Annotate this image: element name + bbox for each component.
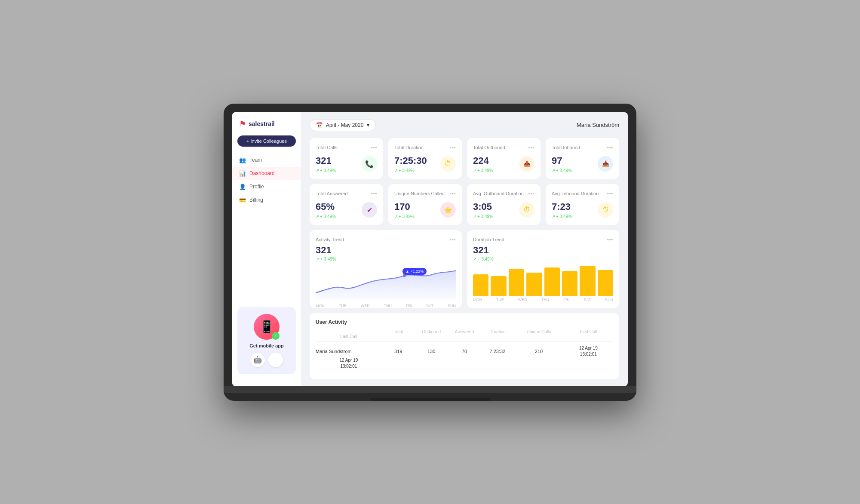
stat-value: 97 [552, 155, 572, 166]
user-name: Maria Sundström [577, 122, 619, 128]
stat-card-unique-numbers: Unique Numbers Called ••• 170 ↗+ 3.49% ⭐ [388, 184, 462, 225]
stat-title: Avg. Outbound Duration [473, 191, 524, 196]
bar-chart-labels: MONTUEWEDTHUFRISATSUN [473, 298, 613, 302]
bar-item [598, 270, 613, 295]
row-total: 319 [382, 349, 415, 354]
chart-menu-icon[interactable]: ••• [449, 236, 456, 243]
row-first-call: 12 Apr 1913:02:01 [564, 345, 613, 357]
bar-item [544, 267, 560, 296]
stat-card-total-outbound: Total Outbound ••• 224 ↗+ 3.49% 📤 [467, 138, 541, 179]
stat-title: Total Inbound [552, 145, 580, 150]
promo-text: Get mobile app [243, 343, 291, 348]
stat-value: 170 [394, 201, 415, 212]
activity-trend-card: Activity Trend ••• 321 ↗ + 3.49% ▲ +1.22… [310, 230, 462, 308]
stat-menu-icon[interactable]: ••• [528, 190, 534, 197]
team-icon: 👥 [239, 157, 246, 163]
sidebar: ⚑ salestrail + Invite Colleagues 👥 Team … [232, 112, 301, 386]
stat-change: ↗+ 3.49% [552, 214, 572, 219]
bar-item [473, 274, 488, 295]
main-content: 📅 April - May 2020 ▾ Maria Sundström Tot… [301, 112, 628, 386]
dashboard-icon: 📊 [239, 170, 246, 177]
date-range-selector[interactable]: 📅 April - May 2020 ▾ [310, 119, 376, 131]
stat-value: 321 [316, 155, 336, 166]
stat-change: ↗+ 3.49% [394, 214, 415, 219]
stat-title: Total Outbound [473, 145, 505, 150]
sidebar-item-team[interactable]: 👥 Team [232, 154, 301, 167]
invite-colleagues-button[interactable]: + Invite Colleagues [237, 135, 296, 147]
promo-image: 📱 ✓ [254, 314, 280, 340]
mobile-app-promo: 📱 ✓ Get mobile app 🤖 [237, 307, 296, 374]
col-last-call: Last Call [316, 334, 382, 339]
col-unique: Unique Calls [514, 329, 563, 334]
sidebar-item-profile[interactable]: 👤 Profile [232, 180, 301, 194]
store-buttons: 🤖 [243, 353, 291, 367]
stat-menu-icon[interactable]: ••• [449, 190, 456, 197]
col-total: Total [382, 329, 415, 334]
stat-icon-answered: ✔ [362, 202, 377, 218]
stat-card-total-duration: Total Duration ••• 7:25:30 ↗+ 3.49% ⏱ [388, 138, 462, 179]
bar-item [491, 276, 506, 295]
stat-icon-inbound: 📥 [598, 156, 613, 172]
stat-title: Total Duration [394, 145, 424, 150]
stat-card-avg-outbound: Avg. Outbound Duration ••• 3:05 ↗+ 3.49%… [467, 184, 541, 225]
chart-day-labels: MONTUEWEDTHUFRISATSUN [316, 304, 456, 308]
bar-item [562, 271, 577, 296]
stat-value: 7:23 [552, 201, 572, 212]
date-range-label: April - May 2020 [326, 122, 363, 128]
stat-menu-icon[interactable]: ••• [371, 190, 377, 197]
duration-trend-card: Duration Trend ••• 321 ↗ + 3.49% MONTUEW… [467, 230, 619, 308]
stat-menu-icon[interactable]: ••• [528, 144, 534, 151]
stat-value: 224 [473, 155, 493, 166]
sidebar-item-label: Billing [249, 197, 263, 203]
top-bar: 📅 April - May 2020 ▾ Maria Sundström [310, 119, 619, 131]
row-duration: 7:23:32 [481, 349, 514, 354]
table-header: Total Outbound Answered Duration Unique … [316, 329, 613, 342]
table-row: Maria Sundström 319 130 70 7:23:32 210 1… [316, 342, 613, 373]
stat-value: 3:05 [473, 201, 493, 212]
user-activity-card: User Activity Total Outbound Answered Du… [310, 313, 619, 379]
stat-change: ↗+ 3.49% [473, 214, 493, 219]
stat-menu-icon[interactable]: ••• [371, 144, 377, 151]
promo-check-icon: ✓ [272, 332, 280, 340]
logo-text: salestrail [249, 120, 275, 127]
billing-icon: 💳 [239, 197, 246, 203]
logo: ⚑ salestrail [232, 119, 301, 135]
sidebar-item-dashboard[interactable]: 📊 Dashboard [232, 167, 301, 180]
row-last-call: 12 Apr 1913:02:01 [316, 357, 382, 369]
stat-menu-icon[interactable]: ••• [449, 144, 456, 151]
col-duration: Duration [481, 329, 514, 334]
col-answered: Answered [448, 329, 481, 334]
row-outbound: 130 [415, 349, 448, 354]
stat-change: ↗+ 3.49% [394, 168, 427, 173]
apple-store-button[interactable] [268, 353, 283, 367]
stat-icon-avg-in: ⏱ [598, 202, 613, 218]
row-name: Maria Sundström [316, 349, 382, 354]
bar-item [509, 269, 524, 296]
stat-change: ↗+ 3.49% [473, 168, 493, 173]
stat-title: Total Answered [316, 191, 348, 196]
stat-icon-calls: 📞 [362, 156, 377, 172]
stat-icon-unique: ⭐ [440, 202, 456, 218]
sidebar-item-billing[interactable]: 💳 Billing [232, 194, 301, 207]
stat-card-total-answered: Total Answered ••• 65% ↗+ 3.49% ✔ [310, 184, 383, 225]
stat-menu-icon[interactable]: ••• [607, 144, 613, 151]
calendar-icon: 📅 [316, 122, 322, 128]
sidebar-item-label: Profile [249, 184, 264, 190]
activity-trend-value: 321 [316, 245, 456, 256]
user-activity-title: User Activity [316, 319, 613, 325]
chart-menu-icon[interactable]: ••• [607, 236, 613, 243]
stat-icon-avg-out: ⏱ [519, 202, 534, 218]
stat-menu-icon[interactable]: ••• [607, 190, 613, 197]
bar-chart-area [473, 266, 613, 296]
line-chart-area: ▲ +1.22% [316, 266, 456, 300]
android-store-button[interactable]: 🤖 [250, 353, 265, 367]
stat-title: Avg. Inbound Duration [552, 191, 599, 196]
stat-icon-duration: ⏱ [440, 156, 456, 172]
stat-change: ↗+ 3.49% [552, 168, 572, 173]
duration-trend-value: 321 [473, 245, 613, 256]
col-first-call: First Call [564, 329, 613, 334]
stat-card-total-inbound: Total Inbound ••• 97 ↗+ 3.49% 📥 [546, 138, 619, 179]
stat-title: Total Calls [316, 145, 338, 150]
sidebar-item-label: Team [249, 157, 262, 163]
stat-value: 65% [316, 201, 336, 212]
